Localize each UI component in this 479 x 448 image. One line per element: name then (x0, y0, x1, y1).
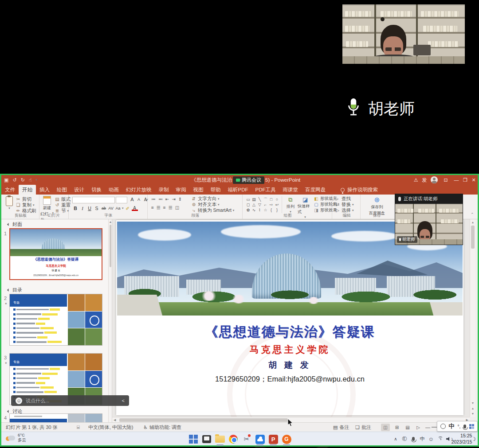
slide-thumbnail-1[interactable]: 《思想道德与法治》答疑课 马克思主义学院 胡 建 发 15129650209；E… (9, 228, 102, 280)
reading-view-button[interactable]: ▤ (403, 424, 412, 431)
ribbon-display-options-icon[interactable]: ⊡ (440, 175, 451, 185)
tab-transitions[interactable]: 切换 (88, 185, 105, 195)
task-view-button[interactable] (201, 434, 212, 444)
chrome-icon[interactable] (228, 434, 239, 444)
text-direction-button[interactable]: ⇵文字方向▾ (191, 196, 234, 202)
collapse-ribbon-icon[interactable]: ⌃ (471, 212, 474, 217)
tray-emoji-icon[interactable]: ☺ (427, 432, 435, 446)
scroll-up-arrow[interactable]: ▲ (470, 220, 475, 225)
indent-button[interactable]: ⇥ (172, 197, 175, 202)
tab-help[interactable]: 帮助 (207, 185, 224, 195)
italic-button[interactable]: I (79, 205, 86, 211)
tab-slideshow[interactable]: 幻灯片放映 (122, 185, 155, 195)
shape-glyph[interactable]: ▽ (257, 202, 263, 207)
strikethrough-button[interactable]: ab (101, 205, 107, 211)
tab-rain-classroom[interactable]: 雨课堂 (279, 185, 302, 195)
theme-icon[interactable]: ⌸ (77, 423, 80, 432)
align-left-button[interactable]: ≡ (151, 205, 154, 210)
tab-insert[interactable]: 插入 (36, 185, 53, 195)
file-explorer-icon[interactable] (215, 434, 225, 444)
shrink-font-button[interactable]: A (136, 196, 142, 203)
accessibility-status[interactable]: ♿ 辅助功能: 调查 (143, 423, 181, 432)
tab-home[interactable]: 开始 (19, 185, 36, 195)
shape-glyph[interactable]: ▤ (251, 197, 257, 202)
previous-slide-button[interactable]: ▲ (470, 406, 475, 411)
chat-placeholder[interactable]: 说点什么... (26, 397, 118, 404)
shape-glyph[interactable]: ⇨ (268, 202, 274, 207)
restore-button[interactable]: ❐ (461, 175, 470, 185)
align-right-button[interactable]: ≡ (163, 205, 166, 210)
numbering-button[interactable]: ≕ (158, 197, 163, 202)
copy-button[interactable]: ❏复制▾ (16, 202, 36, 208)
meeting-chat-pill[interactable]: ☺ 说点什么... < (11, 395, 129, 406)
char-spacing-button[interactable]: AV (108, 205, 114, 211)
scroll-left-arrow[interactable]: ◀ (114, 418, 116, 422)
panel-scroll-thumb[interactable] (110, 225, 111, 267)
shape-glyph[interactable]: ○ (274, 197, 280, 202)
font-color-button[interactable]: A (132, 206, 138, 211)
account-avatar[interactable] (429, 175, 440, 185)
bullets-button[interactable]: ≔ (151, 197, 156, 202)
shape-glyph[interactable]: □ (268, 197, 274, 202)
shape-gallery[interactable]: ▭▤╲⌒□○◻△▽⌐⇨↩✿∿⌇☆{} (245, 197, 280, 213)
tab-animations[interactable]: 动画 (105, 185, 122, 195)
wifi-icon[interactable] (437, 432, 445, 446)
ime-mic-icon[interactable] (463, 425, 466, 429)
zoom-out-button[interactable]: — (425, 423, 430, 432)
shape-glyph[interactable]: { (268, 207, 274, 213)
shape-glyph[interactable]: ◻ (245, 202, 251, 207)
reset-button[interactable]: ↺重置 (55, 202, 71, 208)
shape-glyph[interactable]: ∿ (251, 207, 257, 213)
slideshow-view-button[interactable]: ▷ (414, 424, 423, 431)
powerpoint-icon[interactable]: P (268, 434, 279, 444)
shape-glyph[interactable]: ✿ (245, 207, 251, 213)
replace-button[interactable]: ⇄替换▾ (335, 202, 354, 207)
ime-toolbox-icon[interactable] (469, 424, 474, 429)
hidden-icons-chevron[interactable]: ∧ (392, 432, 400, 446)
layout-button[interactable]: ▤版式 (55, 196, 71, 202)
emoji-icon[interactable]: ☺ (16, 397, 22, 404)
tray-ime-icon[interactable]: 中 (418, 432, 426, 446)
font-size-combobox[interactable] (116, 197, 127, 203)
ime-mode-indicator[interactable]: 中 (449, 422, 455, 430)
panel-scrollbar[interactable]: ▲ (108, 219, 112, 422)
underline-button[interactable]: U (86, 205, 93, 211)
qat-customize-caret[interactable]: ▾ (36, 178, 38, 182)
tray-mic-icon[interactable] (409, 432, 417, 446)
change-case-button[interactable]: Aa (115, 205, 121, 211)
zoom-slider[interactable] (432, 427, 437, 428)
ime-punctuation-toggle[interactable]: °, (458, 424, 461, 429)
clear-format-button[interactable]: A̷ (142, 196, 149, 203)
minimize-button[interactable]: — (452, 175, 461, 185)
collapse-chat-icon[interactable]: < (122, 398, 125, 403)
highlight-button[interactable]: ✐ (125, 205, 131, 211)
cut-button[interactable]: ✂剪切 (16, 196, 36, 202)
shape-glyph[interactable]: △ (251, 202, 257, 207)
shape-glyph[interactable]: ▭ (245, 197, 251, 202)
tab-review[interactable]: 审阅 (173, 185, 190, 195)
grow-font-button[interactable]: A (129, 196, 135, 203)
bold-button[interactable]: B (72, 205, 79, 211)
comments-button[interactable]: ❏批注 (355, 423, 371, 432)
justify-button[interactable]: ☰ (169, 205, 173, 210)
columns-button[interactable]: ◫ (175, 205, 179, 210)
section-toc[interactable]: 目录 (8, 287, 22, 293)
close-button[interactable]: ✕ (470, 175, 478, 185)
arrange-button[interactable]: ⧉ 排列▾ (284, 196, 297, 214)
scroll-down-arrow[interactable]: ▼ (470, 401, 475, 405)
tab-record[interactable]: 录制 (155, 185, 173, 195)
align-center-button[interactable]: ☰ (157, 205, 161, 210)
screenshot-tool-icon[interactable]: ✂ (241, 434, 252, 444)
account-name[interactable]: 发 (421, 175, 428, 185)
taskbar-weather[interactable]: 6°C 多云 (5, 433, 26, 443)
shape-glyph[interactable]: ⌒ (263, 197, 268, 202)
shape-glyph[interactable]: ⌇ (257, 207, 263, 213)
new-slide-button[interactable]: 新建 幻灯片▾ (40, 196, 54, 223)
quiet-hours-moon-icon[interactable]: ☽ (471, 432, 477, 446)
find-button[interactable]: ⌕查找 (335, 196, 354, 202)
orange-g-app-icon[interactable]: G (281, 434, 292, 444)
shape-glyph[interactable]: ⌐ (263, 202, 268, 207)
line-spacing-button[interactable]: ⇕ (178, 197, 182, 202)
tab-view[interactable]: 视图 (190, 185, 207, 195)
undo-icon[interactable]: ↺ (12, 177, 16, 183)
